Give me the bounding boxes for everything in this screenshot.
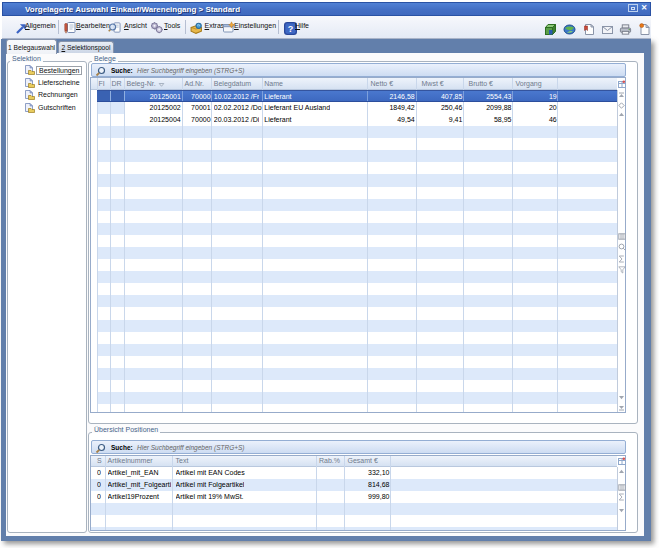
svg-text:?: ? (288, 24, 294, 34)
